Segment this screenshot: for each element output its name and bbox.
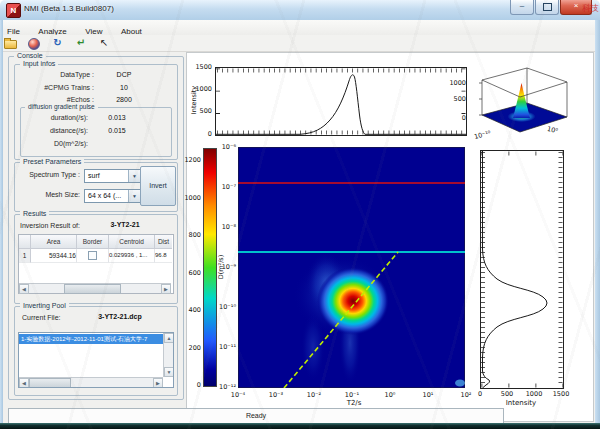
- maximize-icon: [543, 3, 552, 11]
- ztick-label: 1000: [444, 79, 466, 87]
- area-header[interactable]: Area: [31, 235, 77, 249]
- border-checkbox[interactable]: [88, 251, 97, 260]
- ztick-label: 0: [444, 114, 466, 122]
- list-hscrollbar[interactable]: ◀ ▶: [19, 377, 163, 387]
- open-folder-button[interactable]: [2, 36, 19, 50]
- axis-label-t2: T2/s: [336, 399, 372, 407]
- mesh-size-value: 64 x 64 (...: [88, 192, 121, 199]
- colorbar-tick: 600: [180, 269, 201, 277]
- maximize-button[interactable]: [535, 0, 559, 15]
- colorbar-tick: 0: [180, 381, 201, 389]
- xtick-label: 500: [495, 390, 519, 398]
- diffusion-group-title: diffusion gradient pulse: [25, 103, 98, 110]
- t2-projection-plot: [216, 68, 466, 135]
- ytick-label: 0: [188, 130, 212, 138]
- d0-label: D0(m^2/s):: [24, 140, 88, 147]
- window-title: NMI (Beta 1.3 Build0807): [24, 4, 114, 13]
- ytick-label: 10⁻¹²: [212, 383, 236, 391]
- d-projection-axes: [480, 150, 564, 389]
- distance-label: distance(/s):: [24, 127, 88, 134]
- window-border-left: [0, 20, 3, 423]
- inversion-result-value: 3-YT2-21: [90, 221, 160, 228]
- ytick-label: 10⁻⁷: [212, 183, 236, 191]
- chevron-down-icon[interactable]: ▼: [128, 190, 140, 202]
- datatype-label: DataType :: [20, 71, 94, 78]
- spectrum-type-value: surf: [88, 172, 100, 179]
- scroll-right-icon[interactable]: ▶: [153, 378, 163, 388]
- input-infos-title: Input infos: [20, 60, 58, 67]
- corner-smudge: [455, 380, 465, 387]
- window-border-right: [595, 20, 600, 423]
- axis-label-intensity-right: Intensity: [493, 399, 549, 407]
- table-hscrollbar[interactable]: ◀ ▶: [19, 283, 171, 293]
- heatmap-peak-blob: [317, 267, 389, 335]
- ytick-label: 10⁻¹⁰: [212, 303, 236, 311]
- sphere-icon: [28, 38, 40, 50]
- colorbar-tick: 800: [180, 231, 201, 239]
- surface-peak: [513, 83, 530, 118]
- ytick-label: 10⁻⁹: [212, 263, 236, 271]
- xtick-label: 10⁻⁴: [225, 391, 251, 399]
- echos-value: 2800: [96, 96, 152, 103]
- spectrum-type-select[interactable]: surf ▼: [84, 169, 141, 183]
- scroll-right-icon[interactable]: ▶: [161, 284, 171, 294]
- ytick-label: 10⁻⁸: [212, 223, 236, 231]
- xtick-label: 10⁻²: [301, 391, 327, 399]
- spectrum-type-label: Spectrum Type :: [16, 171, 80, 178]
- current-file-value: 3-YT2-21.dcp: [80, 313, 160, 320]
- chevron-down-icon[interactable]: ▼: [128, 170, 140, 182]
- xtick-label: 1000: [522, 390, 546, 398]
- cpmg-trains-label: #CPMG Trains :: [20, 84, 94, 91]
- xtick-label: 10¹: [415, 391, 441, 399]
- results-table: Area Border Centroid Dist 1 59344.16 0.0…: [18, 234, 174, 294]
- menu-bar: File Analyze View About: [0, 20, 600, 36]
- title-bar[interactable]: N NMI (Beta 1.3 Build0807) – ×: [0, 0, 600, 21]
- app-window: N NMI (Beta 1.3 Build0807) – × 科技 File A…: [0, 0, 600, 429]
- scroll-down-icon[interactable]: ▼: [164, 367, 174, 377]
- cursor-button[interactable]: ↖: [96, 36, 113, 50]
- xtick-label: 10⁰: [377, 391, 403, 399]
- area-cell: 59344.16: [31, 249, 77, 263]
- mesh-size-select[interactable]: 64 x 64 (... ▼: [84, 189, 141, 203]
- import-button[interactable]: ↵: [72, 36, 89, 50]
- minimize-button[interactable]: –: [510, 0, 534, 15]
- dist-cell: 96.8: [155, 249, 172, 263]
- results-group-title: Results: [20, 210, 49, 217]
- border-header[interactable]: Border: [77, 235, 109, 249]
- scroll-thumb[interactable]: [29, 378, 71, 388]
- list-item-selected[interactable]: 1-实验数据-2012年-2012-11-01测试-石油大学-7: [19, 334, 163, 344]
- inverting-pool-title: Inverting Pool: [20, 302, 69, 309]
- centroid-header[interactable]: Centroid: [109, 235, 155, 249]
- open-folder-icon: [4, 40, 17, 49]
- inversion-result-label: Inversion Result of:: [20, 222, 80, 229]
- d-projection-plot: [481, 151, 563, 388]
- invert-button[interactable]: Invert: [140, 166, 176, 206]
- sphere-button[interactable]: [25, 36, 42, 50]
- xtick-label: 1500: [549, 390, 573, 398]
- scroll-thumb[interactable]: [64, 284, 121, 294]
- t2-projection-axes: [215, 67, 467, 136]
- d-distribution-curve: [483, 151, 548, 388]
- heatmap-plot: [238, 147, 465, 388]
- row-index: 1: [19, 249, 31, 263]
- ztick-label: 500: [444, 95, 466, 103]
- ytick-label: 10⁻¹¹: [212, 343, 236, 351]
- corner-header: [19, 235, 31, 249]
- console-group-title: Console: [14, 52, 46, 59]
- window-controls: – ×: [509, 0, 592, 15]
- list-vscrollbar[interactable]: ▲ ▼: [163, 333, 173, 377]
- blob-streak: [301, 313, 325, 381]
- echos-label: #Echos :: [20, 96, 94, 103]
- ytick-label: 1500: [188, 63, 212, 71]
- refresh-button[interactable]: ↻: [49, 36, 66, 50]
- xtick-label: 10⁻³: [263, 391, 289, 399]
- scroll-left-icon[interactable]: ◀: [19, 378, 29, 388]
- colorbar-tick: 400: [180, 306, 201, 314]
- scroll-up-icon[interactable]: ▲: [164, 333, 174, 343]
- dist-header[interactable]: Dist: [155, 235, 172, 249]
- preset-group-title: Preset Parameters: [20, 158, 84, 165]
- scroll-left-icon[interactable]: ◀: [19, 284, 29, 294]
- heatmap-axes: [238, 147, 465, 388]
- box-top: [482, 68, 567, 97]
- file-listbox[interactable]: 1-实验数据-2012年-2012-11-01测试-石油大学-7 ▲ ▼ ◀ ▶: [18, 332, 174, 388]
